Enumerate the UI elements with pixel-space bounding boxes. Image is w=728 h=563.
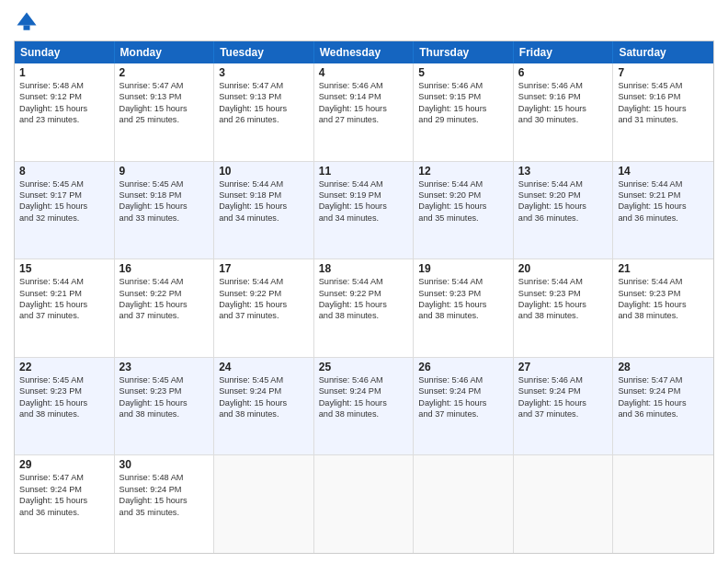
cell-info-line: Daylight: 15 hours (219, 299, 309, 310)
day-number: 22 (19, 361, 109, 373)
day-number: 27 (518, 361, 609, 373)
cell-info-line: Sunrise: 5:46 AM (518, 374, 609, 385)
cell-info-line: Sunset: 9:22 PM (119, 288, 210, 299)
header (14, 9, 714, 35)
day-number: 13 (518, 165, 609, 178)
day-number: 5 (418, 66, 508, 79)
day-number: 12 (418, 165, 508, 178)
cell-info-line: Sunset: 9:24 PM (518, 385, 609, 396)
cell-info-line: Daylight: 15 hours (219, 397, 309, 408)
cell-info-line: Sunset: 9:24 PM (319, 385, 409, 396)
cal-cell-28: 28Sunrise: 5:47 AMSunset: 9:24 PMDayligh… (613, 358, 713, 455)
cell-info-line: and 34 minutes. (319, 213, 409, 224)
cell-info-line: Daylight: 15 hours (219, 201, 309, 212)
cal-cell-empty-5 (514, 455, 614, 553)
cell-info-line: Sunset: 9:21 PM (618, 190, 709, 201)
cell-info-line: Daylight: 15 hours (19, 495, 109, 506)
cell-info-line: Daylight: 15 hours (119, 495, 210, 506)
cell-info-line: Sunset: 9:14 PM (319, 91, 409, 102)
cell-info-line: Daylight: 15 hours (119, 299, 210, 310)
cell-info-line: and 38 minutes. (418, 310, 508, 321)
day-number: 11 (319, 165, 409, 178)
day-number: 29 (19, 458, 109, 471)
cell-info-line: Daylight: 15 hours (319, 299, 409, 310)
cell-info-line: Sunrise: 5:44 AM (19, 276, 109, 287)
cell-info-line: and 36 minutes. (618, 408, 709, 419)
cell-info-line: Sunrise: 5:45 AM (618, 80, 709, 91)
cell-info-line: and 29 minutes. (418, 114, 508, 125)
cal-week-1: 1Sunrise: 5:48 AMSunset: 9:12 PMDaylight… (15, 63, 713, 162)
cell-info-line: Daylight: 15 hours (618, 299, 709, 310)
cal-cell-19: 19Sunrise: 5:44 AMSunset: 9:23 PMDayligh… (414, 259, 514, 357)
cell-info-line: Sunrise: 5:44 AM (119, 276, 210, 287)
cell-info-line: Daylight: 15 hours (119, 103, 210, 114)
cell-info-line: Daylight: 15 hours (319, 397, 409, 408)
cell-info-line: and 33 minutes. (119, 213, 210, 224)
cell-info-line: Sunset: 9:19 PM (319, 190, 409, 201)
cell-info-line: Daylight: 15 hours (418, 201, 508, 212)
cell-info-line: and 23 minutes. (19, 114, 109, 125)
day-number: 20 (518, 262, 609, 275)
cell-info-line: and 35 minutes. (418, 213, 508, 224)
cal-week-4: 22Sunrise: 5:45 AMSunset: 9:23 PMDayligh… (15, 358, 713, 456)
cell-info-line: and 37 minutes. (219, 310, 309, 321)
cell-info-line: Sunset: 9:24 PM (219, 385, 309, 396)
day-number: 2 (119, 66, 210, 79)
cell-info-line: Sunset: 9:23 PM (19, 385, 109, 396)
cell-info-line: Sunset: 9:23 PM (518, 288, 609, 299)
cal-cell-9: 9Sunrise: 5:45 AMSunset: 9:18 PMDaylight… (115, 162, 215, 259)
cell-info-line: Daylight: 15 hours (219, 103, 309, 114)
cell-info-line: and 38 minutes. (219, 408, 309, 419)
cal-cell-10: 10Sunrise: 5:44 AMSunset: 9:18 PMDayligh… (214, 162, 314, 259)
cal-cell-empty-6 (613, 455, 713, 553)
cell-info-line: Sunset: 9:24 PM (618, 385, 709, 396)
day-number: 26 (418, 361, 508, 373)
cell-info-line: and 34 minutes. (219, 213, 309, 224)
cell-info-line: Sunrise: 5:46 AM (418, 374, 508, 385)
cell-info-line: and 35 minutes. (119, 507, 210, 518)
cal-cell-11: 11Sunrise: 5:44 AMSunset: 9:19 PMDayligh… (314, 162, 415, 259)
cell-info-line: Daylight: 15 hours (618, 103, 709, 114)
cell-info-line: Daylight: 15 hours (418, 103, 508, 114)
cal-cell-5: 5Sunrise: 5:46 AMSunset: 9:15 PMDaylight… (414, 63, 514, 161)
cell-info-line: Sunset: 9:24 PM (119, 484, 210, 495)
cell-info-line: Sunrise: 5:47 AM (119, 80, 210, 91)
cal-cell-4: 4Sunrise: 5:46 AMSunset: 9:14 PMDaylight… (314, 63, 415, 161)
cell-info-line: Daylight: 15 hours (618, 397, 709, 408)
cell-info-line: and 38 minutes. (319, 408, 409, 419)
cal-cell-2: 2Sunrise: 5:47 AMSunset: 9:13 PMDaylight… (115, 63, 215, 161)
day-number: 15 (19, 262, 109, 275)
cell-info-line: Daylight: 15 hours (19, 103, 109, 114)
cal-header-tuesday: Tuesday (214, 41, 314, 63)
cal-header-thursday: Thursday (414, 41, 514, 63)
cal-cell-16: 16Sunrise: 5:44 AMSunset: 9:22 PMDayligh… (115, 259, 215, 357)
cell-info-line: Sunrise: 5:44 AM (618, 178, 709, 190)
cell-info-line: and 31 minutes. (618, 114, 709, 125)
day-number: 4 (319, 66, 409, 79)
svg-rect-1 (24, 26, 30, 30)
cell-info-line: and 37 minutes. (518, 408, 609, 419)
cal-cell-25: 25Sunrise: 5:46 AMSunset: 9:24 PMDayligh… (314, 358, 415, 455)
day-number: 24 (219, 361, 309, 373)
cell-info-line: Sunset: 9:23 PM (119, 385, 210, 396)
logo-icon (14, 9, 40, 35)
cell-info-line: Sunrise: 5:45 AM (19, 178, 109, 190)
svg-marker-0 (17, 13, 37, 26)
cal-week-3: 15Sunrise: 5:44 AMSunset: 9:21 PMDayligh… (15, 259, 713, 358)
cell-info-line: Sunset: 9:12 PM (19, 91, 109, 102)
cell-info-line: Sunrise: 5:46 AM (418, 80, 508, 91)
cal-cell-24: 24Sunrise: 5:45 AMSunset: 9:24 PMDayligh… (214, 358, 314, 455)
day-number: 9 (119, 165, 210, 178)
cal-cell-23: 23Sunrise: 5:45 AMSunset: 9:23 PMDayligh… (115, 358, 215, 455)
cell-info-line: Sunrise: 5:44 AM (518, 178, 609, 190)
cal-cell-7: 7Sunrise: 5:45 AMSunset: 9:16 PMDaylight… (613, 63, 713, 161)
cal-header-saturday: Saturday (613, 41, 713, 63)
day-number: 17 (219, 262, 309, 275)
day-number: 6 (518, 66, 609, 79)
calendar-header: SundayMondayTuesdayWednesdayThursdayFrid… (15, 41, 713, 63)
day-number: 21 (618, 262, 709, 275)
day-number: 8 (19, 165, 109, 178)
cell-info-line: Sunset: 9:21 PM (19, 288, 109, 299)
cell-info-line: Sunset: 9:18 PM (119, 190, 210, 201)
cell-info-line: Sunrise: 5:44 AM (219, 178, 309, 190)
